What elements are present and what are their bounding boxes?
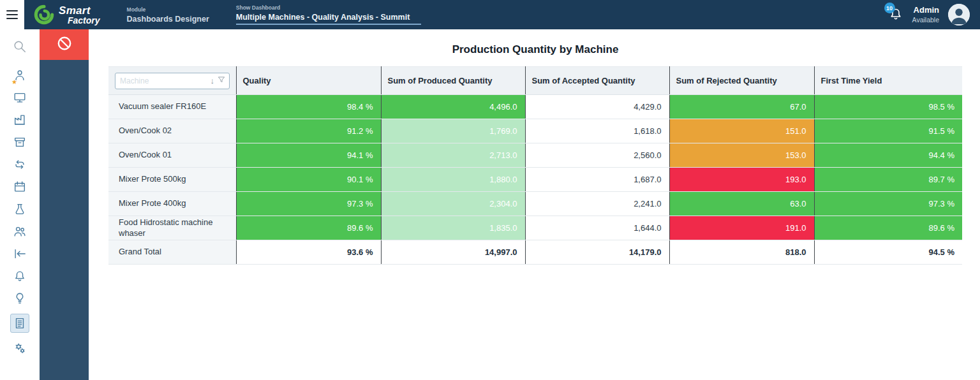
- rejected-cell: 151.0: [669, 119, 814, 143]
- produced-cell: 2,713.0: [381, 143, 525, 168]
- produced-cell: 14,997.0: [381, 240, 525, 265]
- filter-funnel-icon[interactable]: [217, 75, 226, 86]
- notification-badge: 10: [884, 3, 895, 13]
- table-row: Oven/Cook 02 91.2 % 1,769.0 1,618.0 151.…: [108, 119, 962, 143]
- users-icon[interactable]: [13, 224, 27, 238]
- machine-cell: Food Hidrostatic machine whaser: [108, 216, 236, 240]
- production-table: ↓ Quality Sum of Produced Quantity Sum o…: [108, 66, 962, 265]
- repeat-icon[interactable]: [13, 157, 27, 172]
- quality-cell: 90.1 %: [236, 168, 381, 192]
- produced-cell: 1,769.0: [381, 119, 525, 143]
- fty-cell: 98.5 %: [814, 95, 962, 119]
- calendar-icon[interactable]: [13, 180, 27, 194]
- module-block: Module Dashboards Designer: [127, 6, 209, 24]
- machine-cell: Oven/Cook 02: [108, 119, 236, 143]
- logo-text: Smart Factory: [59, 5, 100, 25]
- quality-header[interactable]: Quality: [236, 67, 381, 95]
- accepted-cell: 1,644.0: [525, 216, 669, 240]
- quality-cell: 91.2 %: [236, 119, 381, 143]
- machine-header-cell: ↓: [108, 67, 236, 95]
- page-title: Production Quantity by Machine: [108, 29, 962, 66]
- prohibition-icon: [56, 35, 73, 54]
- user-avatar[interactable]: [948, 4, 970, 26]
- smart-factory-logo: Smart Factory: [33, 4, 100, 26]
- quality-cell: 89.6 %: [236, 216, 381, 240]
- quality-cell: 98.4 %: [236, 95, 381, 119]
- flask-icon[interactable]: [13, 202, 27, 216]
- produced-cell: 2,304.0: [381, 192, 525, 216]
- produced-header[interactable]: Sum of Produced Quantity: [381, 67, 525, 95]
- icon-sidebar: ★: [0, 29, 40, 380]
- show-dashboard-label: Show Dashboard: [236, 4, 422, 11]
- machine-cell: Vacuum sealer FR160E: [108, 95, 236, 119]
- fty-cell: 94.4 %: [814, 143, 962, 168]
- accepted-cell: 1,687.0: [525, 168, 669, 192]
- rejected-cell: 67.0: [669, 95, 814, 119]
- prohibition-tile[interactable]: [40, 29, 89, 60]
- user-name: Admin: [912, 5, 939, 15]
- fty-cell: 89.7 %: [814, 168, 962, 192]
- main-content: Production Quantity by Machine ↓: [89, 29, 980, 380]
- rejected-header[interactable]: Sum of Rejected Quantity: [669, 67, 814, 95]
- hamburger-icon: [6, 10, 18, 20]
- operator-star-icon[interactable]: ★: [13, 68, 27, 82]
- machine-cell: Mixer Prote 400kg: [108, 192, 236, 216]
- bell-icon[interactable]: [13, 269, 27, 283]
- rejected-cell: 818.0: [669, 240, 814, 265]
- monitor-icon[interactable]: [13, 91, 27, 105]
- report-icon[interactable]: [10, 314, 29, 333]
- table-row: Mixer Prote 400kg 97.3 % 2,304.0 2,241.0…: [108, 192, 962, 216]
- table-row: Oven/Cook 01 94.1 % 2,713.0 2,560.0 153.…: [108, 143, 962, 168]
- produced-cell: 4,496.0: [381, 95, 525, 119]
- module-value: Dashboards Designer: [127, 15, 209, 24]
- show-dashboard-block: Show Dashboard Multiple Machines - Quali…: [236, 4, 422, 25]
- accepted-cell: 14,179.0: [525, 240, 669, 265]
- accepted-header[interactable]: Sum of Accepted Quantity: [525, 67, 669, 95]
- fty-cell: 91.5 %: [814, 119, 962, 143]
- secondary-sidebar: [40, 29, 89, 380]
- machine-cell: Mixer Prote 500kg: [108, 168, 236, 192]
- accepted-cell: 2,241.0: [525, 192, 669, 216]
- fty-header[interactable]: First Time Yield: [814, 67, 962, 95]
- quality-cell: 94.1 %: [236, 143, 381, 168]
- fty-cell: 89.6 %: [814, 216, 962, 240]
- logo-swirl-icon: [33, 4, 55, 26]
- top-bar: Smart Factory Module Dashboards Designer…: [0, 0, 980, 29]
- produced-cell: 1,880.0: [381, 168, 525, 192]
- header-row: ↓ Quality Sum of Produced Quantity Sum o…: [108, 67, 962, 95]
- logout-icon[interactable]: [13, 247, 27, 261]
- table-row: Food Hidrostatic machine whaser 89.6 % 1…: [108, 216, 962, 240]
- table-row: Vacuum sealer FR160E 98.4 % 4,496.0 4,42…: [108, 95, 962, 119]
- topbar-right: 10 Admin Available: [888, 4, 980, 26]
- machine-filter-box[interactable]: ↓: [115, 73, 230, 89]
- rejected-cell: 63.0: [669, 192, 814, 216]
- factory-icon[interactable]: [13, 113, 27, 127]
- star-icon: ★: [11, 79, 17, 85]
- avatar-icon: [948, 4, 970, 26]
- bulb-icon[interactable]: [13, 291, 27, 305]
- hamburger-menu-button[interactable]: [0, 0, 24, 29]
- accepted-cell: 1,618.0: [525, 119, 669, 143]
- machine-filter-input[interactable]: [120, 77, 211, 85]
- gears-icon[interactable]: [13, 341, 27, 355]
- accepted-cell: 4,429.0: [525, 95, 669, 119]
- notifications-button[interactable]: 10: [888, 6, 903, 23]
- archive-icon[interactable]: [13, 135, 27, 149]
- dashboard-tab[interactable]: Multiple Machines - Quality Analysis - S…: [236, 13, 422, 25]
- produced-cell: 1,835.0: [381, 216, 525, 240]
- user-status: Available: [912, 16, 939, 24]
- quality-cell: 97.3 %: [236, 192, 381, 216]
- sort-arrow-icon[interactable]: ↓: [211, 76, 215, 85]
- logo-line2: Factory: [68, 16, 100, 25]
- grand-total-row: Grand Total 93.6 % 14,997.0 14,179.0 818…: [108, 240, 962, 265]
- fty-cell: 97.3 %: [814, 192, 962, 216]
- table-row: Mixer Prote 500kg 90.1 % 1,880.0 1,687.0…: [108, 168, 962, 192]
- search-icon[interactable]: [13, 40, 27, 54]
- module-label: Module: [127, 6, 209, 13]
- rejected-cell: 153.0: [669, 143, 814, 168]
- accepted-cell: 2,560.0: [525, 143, 669, 168]
- rejected-cell: 191.0: [669, 216, 814, 240]
- logo-line1: Smart: [59, 5, 100, 16]
- machine-cell: Grand Total: [108, 240, 236, 265]
- fty-cell: 94.5 %: [814, 240, 962, 265]
